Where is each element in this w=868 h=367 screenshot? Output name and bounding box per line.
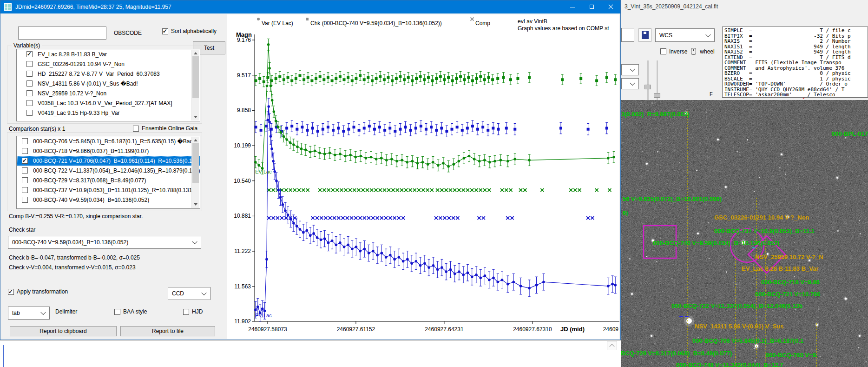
slider-handle[interactable]	[654, 93, 660, 98]
star-annotation: 000-BCQ-718 V=9.86	[761, 279, 820, 286]
svg-text:Magn: Magn	[236, 31, 252, 38]
check-star-select[interactable]: 000-BCQ-740 V=9.59(0.034)_B=10.136(0.052…	[8, 236, 201, 249]
check-star-value: 000-BCQ-740 V=9.59(0.034)_B=10.136(0.052…	[12, 239, 128, 246]
svg-text:11.222: 11.222	[234, 248, 251, 254]
scroll-up-button[interactable]	[607, 341, 617, 350]
window-title: JDmid=2460927.69266, TimeMid=28:37 25, M…	[15, 4, 171, 10]
app-icon	[4, 3, 12, 11]
delimiter-select[interactable]: tab	[8, 307, 50, 320]
hjd-checkbox[interactable]: HJD	[183, 308, 203, 315]
scrollbar-thumb[interactable]	[192, 56, 199, 98]
svg-text:24609: 24609	[603, 326, 619, 333]
checkbox-icon[interactable]	[22, 167, 28, 173]
inverse-wheel-checkbox[interactable]: Inversewheel	[660, 48, 715, 55]
checkbox-icon	[8, 289, 14, 295]
checkbox-icon[interactable]	[22, 148, 28, 154]
maximize-button[interactable]	[582, 0, 601, 13]
checkbox-icon[interactable]	[26, 110, 33, 116]
check-vv-line: Check v-V=0.004, transformed v-V=0.015, …	[9, 264, 136, 271]
ccd-value: CCD	[172, 290, 184, 297]
comparison-row[interactable]: 000-BCQ-729 V=8.317(0.068)_B=8.49(0.077)	[17, 175, 200, 185]
ccd-select[interactable]: CCD	[168, 287, 210, 300]
scrollbar-thumb[interactable]	[192, 143, 199, 183]
svg-text:EV Lac: EV Lac	[255, 313, 272, 318]
variable-row[interactable]: GSC_03226-01291 10.94 V-?_Non	[17, 59, 200, 69]
variable-row[interactable]: EV_Lac 8.28 B-11.83 B_Var	[17, 49, 200, 59]
variable-row[interactable]: V0358_Lac 10.3 V-16.0 V_Var_Period_327.7…	[17, 98, 200, 108]
baa-style-label: BAA style	[123, 308, 147, 315]
comparison-row[interactable]: 000-BCQ-740 V=9.59(0.034)_B=10.136(0.052…	[17, 195, 200, 205]
list-item-label: 000-BCQ-729 V=8.317(0.068)_B=8.49(0.077)	[33, 177, 146, 184]
checkbox-icon[interactable]	[22, 177, 28, 183]
sort-alphabetically-label: Sort alphabetically	[171, 28, 217, 34]
star-annotation: 000-BPL-017	[832, 130, 868, 137]
variable-row[interactable]: NSV_14311 5.86 V-(0.01) V_Sus �Bad!	[17, 79, 200, 88]
fits-header-panel[interactable]: SIMPLE = T / file cBITPIX = -32 / Bits p…	[722, 27, 868, 98]
check-bb-line: Check b-B=-0.047, transformed b-B=-0.002…	[9, 254, 140, 261]
checkbox-icon[interactable]	[26, 61, 33, 67]
fits-header-line: BZERO = 0 / physic	[724, 71, 868, 76]
list-item-label: 000-BCQ-737 V=10.9(0.053)_B=11.101(0.125…	[33, 187, 194, 194]
variables-list[interactable]: EV_Lac 8.28 B-11.83 B_VarGSC_03226-01291…	[16, 49, 200, 121]
minimize-button[interactable]	[563, 0, 582, 13]
scroll-down-icon	[194, 116, 197, 118]
delimiter-label: Delimiter	[55, 308, 77, 315]
variable-row[interactable]: HD_215227 8.72 V-8.77 V_Var_Period_60.37…	[17, 69, 200, 79]
obscode-label: OBSCODE	[114, 30, 142, 36]
variable-row[interactable]: NSV_25959 10.72 V-?_Non	[17, 88, 200, 98]
save-button[interactable]	[638, 28, 651, 42]
toolbar-input-partial[interactable]	[621, 28, 634, 42]
svg-text:9.517: 9.517	[237, 72, 251, 79]
list-item-label: GSC_03226-01291 10.94 V-?_Non	[38, 61, 125, 67]
ensemble-online-gaia-checkbox[interactable]: Ensemble Online Gaia	[133, 125, 197, 132]
apply-transformation-checkbox[interactable]: Apply transformation	[8, 288, 68, 295]
list-item-label: 000-BCQ-740 V=9.59(0.034)_B=10.136(0.052…	[33, 197, 149, 203]
checkbox-icon[interactable]	[22, 187, 28, 193]
stretch-select-partial[interactable]	[621, 78, 639, 89]
baa-style-checkbox[interactable]: BAA style	[114, 308, 147, 315]
slider-handle[interactable]	[644, 85, 651, 89]
comp-summary: Comp B-V:=0.255 V-R:=0.170, single compa…	[9, 213, 143, 220]
comparison-row[interactable]: 000-BCQ-722 V=11.337(0.054)_B=12.046(0.1…	[17, 166, 200, 175]
checkbox-icon[interactable]	[22, 197, 28, 203]
svg-text:2460927.58073: 2460927.58073	[248, 326, 287, 333]
close-button[interactable]	[601, 0, 620, 13]
checkbox-icon[interactable]	[26, 100, 33, 106]
title-bar[interactable]: JDmid=2460927.69266, TimeMid=28:37 25, M…	[0, 0, 620, 13]
comparison-row[interactable]: 000-BCQ-718 V=9.866(0.037)_B=11.199(0.07…	[17, 146, 200, 156]
hjd-label: HJD	[192, 308, 203, 315]
window-edge-line	[3, 345, 4, 367]
variables-scrollbar[interactable]	[191, 50, 199, 120]
comparison-list[interactable]: 000-BCQ-706 V=5.845(0.1)_B=6.187(0.1)_R=…	[16, 136, 200, 209]
zoom-select-partial[interactable]	[621, 64, 639, 75]
wcs-select[interactable]: WCS	[655, 28, 715, 42]
light-curve-chart[interactable]: 9.1769.5179.85810.19910.54010.88111.2221…	[224, 13, 619, 340]
checkbox-icon[interactable]	[26, 71, 33, 77]
sort-alphabetically-checkbox[interactable]: Sort alphabetically	[162, 28, 217, 34]
checkbox-icon[interactable]	[22, 138, 28, 144]
fits-header-line: ROWORDER= 'TOP-DOWN' / Order o	[724, 81, 868, 87]
comparison-scrollbar[interactable]	[191, 137, 199, 208]
star-annotation: 000-BCQ-706 V=5.845(0.1)_B=6.187(0.1	[692, 337, 803, 344]
starfield-image[interactable]: 3(0.002)_R=9.897(0.063)000-BPL-01756 V=9…	[621, 100, 868, 367]
star-annotation: 3(0.002)_R=9.897(0.063)	[621, 111, 689, 118]
variable-row[interactable]: V0419_Lac 9.15 Hp-9.33 Hp_Var	[17, 108, 200, 118]
chevron-down-icon	[192, 239, 197, 244]
fits-window-title: 3_Vint_35s_20250909_042124_cal.fit	[625, 3, 718, 10]
checkbox-icon	[133, 126, 139, 132]
comparison-row[interactable]: 000-BCQ-721 V=10.706(0.047)_B=10.961(0.1…	[17, 156, 200, 166]
checkbox-icon[interactable]	[22, 158, 28, 164]
report-to-file-button[interactable]: Report to file	[120, 326, 215, 336]
svg-text:10.199: 10.199	[234, 142, 251, 149]
scroll-up-icon	[194, 52, 197, 54]
brightness-slider[interactable]	[647, 60, 649, 100]
comparison-row[interactable]: 000-BCQ-737 V=10.9(0.053)_B=11.101(0.125…	[17, 185, 200, 195]
background-window-strip	[0, 340, 621, 367]
obscode-input[interactable]	[18, 27, 106, 40]
checkbox-icon[interactable]	[26, 80, 33, 87]
checkbox-icon[interactable]	[26, 90, 33, 96]
checkbox-icon[interactable]	[26, 51, 33, 57]
report-to-clipboard-button[interactable]: Report to clipboard	[10, 326, 117, 336]
comparison-row[interactable]: 000-BCQ-706 V=5.845(0.1)_B=6.187(0.1)_R=…	[17, 136, 200, 146]
scroll-down-icon	[194, 203, 197, 206]
